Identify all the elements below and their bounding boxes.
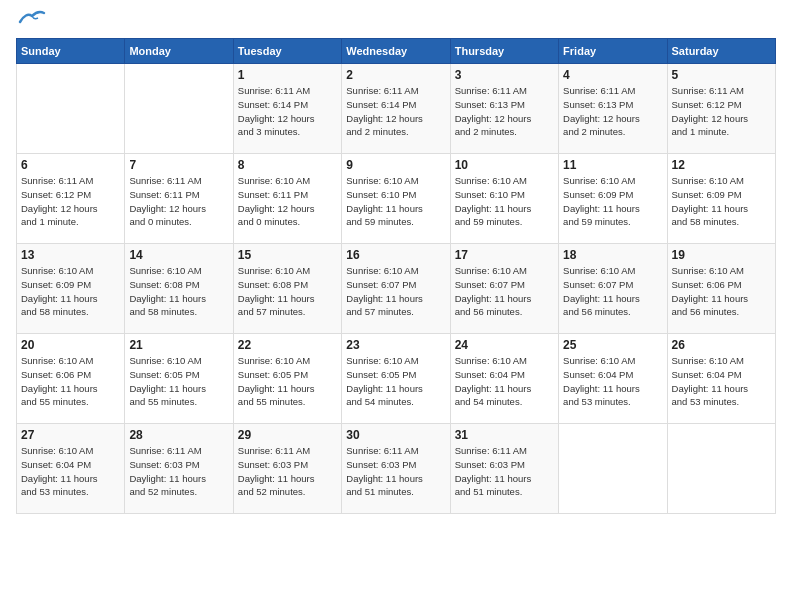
day-info: Sunrise: 6:11 AM Sunset: 6:12 PM Dayligh… bbox=[21, 174, 120, 229]
day-info: Sunrise: 6:10 AM Sunset: 6:04 PM Dayligh… bbox=[21, 444, 120, 499]
week-row-3: 13Sunrise: 6:10 AM Sunset: 6:09 PM Dayli… bbox=[17, 244, 776, 334]
day-number: 6 bbox=[21, 158, 120, 172]
day-info: Sunrise: 6:10 AM Sunset: 6:07 PM Dayligh… bbox=[455, 264, 554, 319]
day-info: Sunrise: 6:11 AM Sunset: 6:13 PM Dayligh… bbox=[455, 84, 554, 139]
day-number: 15 bbox=[238, 248, 337, 262]
calendar-cell: 16Sunrise: 6:10 AM Sunset: 6:07 PM Dayli… bbox=[342, 244, 450, 334]
day-info: Sunrise: 6:10 AM Sunset: 6:09 PM Dayligh… bbox=[21, 264, 120, 319]
header-saturday: Saturday bbox=[667, 39, 775, 64]
calendar-cell: 27Sunrise: 6:10 AM Sunset: 6:04 PM Dayli… bbox=[17, 424, 125, 514]
calendar-cell: 3Sunrise: 6:11 AM Sunset: 6:13 PM Daylig… bbox=[450, 64, 558, 154]
calendar-cell bbox=[125, 64, 233, 154]
day-number: 14 bbox=[129, 248, 228, 262]
calendar-cell: 9Sunrise: 6:10 AM Sunset: 6:10 PM Daylig… bbox=[342, 154, 450, 244]
calendar-cell: 30Sunrise: 6:11 AM Sunset: 6:03 PM Dayli… bbox=[342, 424, 450, 514]
day-info: Sunrise: 6:10 AM Sunset: 6:06 PM Dayligh… bbox=[672, 264, 771, 319]
day-number: 16 bbox=[346, 248, 445, 262]
day-info: Sunrise: 6:10 AM Sunset: 6:07 PM Dayligh… bbox=[346, 264, 445, 319]
header-row: SundayMondayTuesdayWednesdayThursdayFrid… bbox=[17, 39, 776, 64]
day-number: 27 bbox=[21, 428, 120, 442]
day-info: Sunrise: 6:11 AM Sunset: 6:14 PM Dayligh… bbox=[346, 84, 445, 139]
calendar-cell: 26Sunrise: 6:10 AM Sunset: 6:04 PM Dayli… bbox=[667, 334, 775, 424]
day-number: 23 bbox=[346, 338, 445, 352]
calendar-cell: 7Sunrise: 6:11 AM Sunset: 6:11 PM Daylig… bbox=[125, 154, 233, 244]
logo-bird-icon bbox=[18, 8, 46, 28]
day-info: Sunrise: 6:11 AM Sunset: 6:03 PM Dayligh… bbox=[455, 444, 554, 499]
day-info: Sunrise: 6:10 AM Sunset: 6:10 PM Dayligh… bbox=[346, 174, 445, 229]
day-number: 21 bbox=[129, 338, 228, 352]
day-number: 5 bbox=[672, 68, 771, 82]
header-friday: Friday bbox=[559, 39, 667, 64]
header-sunday: Sunday bbox=[17, 39, 125, 64]
day-number: 2 bbox=[346, 68, 445, 82]
week-row-1: 1Sunrise: 6:11 AM Sunset: 6:14 PM Daylig… bbox=[17, 64, 776, 154]
calendar-cell: 28Sunrise: 6:11 AM Sunset: 6:03 PM Dayli… bbox=[125, 424, 233, 514]
day-number: 28 bbox=[129, 428, 228, 442]
calendar-cell: 19Sunrise: 6:10 AM Sunset: 6:06 PM Dayli… bbox=[667, 244, 775, 334]
day-number: 8 bbox=[238, 158, 337, 172]
day-number: 10 bbox=[455, 158, 554, 172]
day-number: 29 bbox=[238, 428, 337, 442]
calendar-cell bbox=[559, 424, 667, 514]
day-number: 31 bbox=[455, 428, 554, 442]
header-monday: Monday bbox=[125, 39, 233, 64]
week-row-2: 6Sunrise: 6:11 AM Sunset: 6:12 PM Daylig… bbox=[17, 154, 776, 244]
day-info: Sunrise: 6:11 AM Sunset: 6:03 PM Dayligh… bbox=[346, 444, 445, 499]
day-info: Sunrise: 6:10 AM Sunset: 6:09 PM Dayligh… bbox=[563, 174, 662, 229]
week-row-5: 27Sunrise: 6:10 AM Sunset: 6:04 PM Dayli… bbox=[17, 424, 776, 514]
calendar-cell: 22Sunrise: 6:10 AM Sunset: 6:05 PM Dayli… bbox=[233, 334, 341, 424]
header-thursday: Thursday bbox=[450, 39, 558, 64]
day-number: 22 bbox=[238, 338, 337, 352]
header-wednesday: Wednesday bbox=[342, 39, 450, 64]
calendar-cell: 12Sunrise: 6:10 AM Sunset: 6:09 PM Dayli… bbox=[667, 154, 775, 244]
day-info: Sunrise: 6:10 AM Sunset: 6:11 PM Dayligh… bbox=[238, 174, 337, 229]
day-number: 19 bbox=[672, 248, 771, 262]
calendar-cell: 18Sunrise: 6:10 AM Sunset: 6:07 PM Dayli… bbox=[559, 244, 667, 334]
calendar-cell: 21Sunrise: 6:10 AM Sunset: 6:05 PM Dayli… bbox=[125, 334, 233, 424]
calendar-cell: 13Sunrise: 6:10 AM Sunset: 6:09 PM Dayli… bbox=[17, 244, 125, 334]
day-info: Sunrise: 6:10 AM Sunset: 6:07 PM Dayligh… bbox=[563, 264, 662, 319]
calendar-table: SundayMondayTuesdayWednesdayThursdayFrid… bbox=[16, 38, 776, 514]
day-number: 17 bbox=[455, 248, 554, 262]
header-tuesday: Tuesday bbox=[233, 39, 341, 64]
day-info: Sunrise: 6:10 AM Sunset: 6:09 PM Dayligh… bbox=[672, 174, 771, 229]
calendar-cell: 23Sunrise: 6:10 AM Sunset: 6:05 PM Dayli… bbox=[342, 334, 450, 424]
day-info: Sunrise: 6:10 AM Sunset: 6:05 PM Dayligh… bbox=[346, 354, 445, 409]
day-info: Sunrise: 6:10 AM Sunset: 6:08 PM Dayligh… bbox=[129, 264, 228, 319]
calendar-cell: 24Sunrise: 6:10 AM Sunset: 6:04 PM Dayli… bbox=[450, 334, 558, 424]
calendar-cell: 14Sunrise: 6:10 AM Sunset: 6:08 PM Dayli… bbox=[125, 244, 233, 334]
calendar-cell: 31Sunrise: 6:11 AM Sunset: 6:03 PM Dayli… bbox=[450, 424, 558, 514]
day-info: Sunrise: 6:10 AM Sunset: 6:04 PM Dayligh… bbox=[563, 354, 662, 409]
day-info: Sunrise: 6:10 AM Sunset: 6:10 PM Dayligh… bbox=[455, 174, 554, 229]
day-number: 12 bbox=[672, 158, 771, 172]
calendar-cell: 20Sunrise: 6:10 AM Sunset: 6:06 PM Dayli… bbox=[17, 334, 125, 424]
calendar-cell: 11Sunrise: 6:10 AM Sunset: 6:09 PM Dayli… bbox=[559, 154, 667, 244]
day-number: 30 bbox=[346, 428, 445, 442]
day-info: Sunrise: 6:10 AM Sunset: 6:05 PM Dayligh… bbox=[129, 354, 228, 409]
day-info: Sunrise: 6:11 AM Sunset: 6:11 PM Dayligh… bbox=[129, 174, 228, 229]
day-number: 20 bbox=[21, 338, 120, 352]
day-info: Sunrise: 6:11 AM Sunset: 6:13 PM Dayligh… bbox=[563, 84, 662, 139]
day-info: Sunrise: 6:11 AM Sunset: 6:12 PM Dayligh… bbox=[672, 84, 771, 139]
calendar-cell: 10Sunrise: 6:10 AM Sunset: 6:10 PM Dayli… bbox=[450, 154, 558, 244]
day-info: Sunrise: 6:10 AM Sunset: 6:05 PM Dayligh… bbox=[238, 354, 337, 409]
day-number: 18 bbox=[563, 248, 662, 262]
day-info: Sunrise: 6:11 AM Sunset: 6:03 PM Dayligh… bbox=[129, 444, 228, 499]
calendar-cell: 17Sunrise: 6:10 AM Sunset: 6:07 PM Dayli… bbox=[450, 244, 558, 334]
page-header bbox=[16, 16, 776, 28]
calendar-cell: 5Sunrise: 6:11 AM Sunset: 6:12 PM Daylig… bbox=[667, 64, 775, 154]
day-info: Sunrise: 6:10 AM Sunset: 6:08 PM Dayligh… bbox=[238, 264, 337, 319]
calendar-cell: 6Sunrise: 6:11 AM Sunset: 6:12 PM Daylig… bbox=[17, 154, 125, 244]
calendar-cell: 2Sunrise: 6:11 AM Sunset: 6:14 PM Daylig… bbox=[342, 64, 450, 154]
day-number: 1 bbox=[238, 68, 337, 82]
calendar-cell: 1Sunrise: 6:11 AM Sunset: 6:14 PM Daylig… bbox=[233, 64, 341, 154]
day-number: 9 bbox=[346, 158, 445, 172]
day-info: Sunrise: 6:10 AM Sunset: 6:06 PM Dayligh… bbox=[21, 354, 120, 409]
day-number: 25 bbox=[563, 338, 662, 352]
calendar-cell: 8Sunrise: 6:10 AM Sunset: 6:11 PM Daylig… bbox=[233, 154, 341, 244]
calendar-header: SundayMondayTuesdayWednesdayThursdayFrid… bbox=[17, 39, 776, 64]
week-row-4: 20Sunrise: 6:10 AM Sunset: 6:06 PM Dayli… bbox=[17, 334, 776, 424]
logo bbox=[16, 16, 46, 28]
calendar-cell: 15Sunrise: 6:10 AM Sunset: 6:08 PM Dayli… bbox=[233, 244, 341, 334]
calendar-cell: 25Sunrise: 6:10 AM Sunset: 6:04 PM Dayli… bbox=[559, 334, 667, 424]
